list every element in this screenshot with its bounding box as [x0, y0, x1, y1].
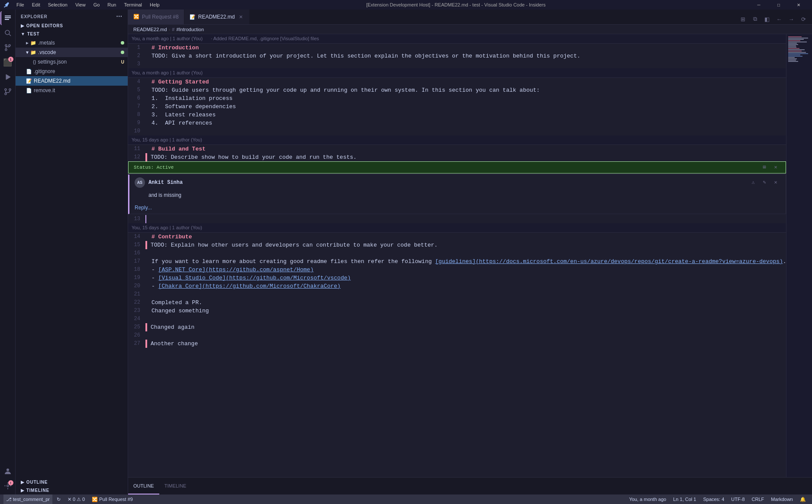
tab-pull-request[interactable]: 🔀 Pull Request #8	[128, 10, 184, 24]
code-text-6: 1. Installation process	[148, 94, 786, 103]
git-branch-icon: ⎇	[6, 497, 12, 502]
breadcrumb-file[interactable]: README22.md	[133, 27, 167, 32]
sidebar-more-icon[interactable]: ⋯	[116, 13, 122, 20]
errors-item[interactable]: ✕ 0 ⚠ 0	[65, 494, 87, 504]
layout-icon[interactable]: ⧉	[750, 14, 760, 24]
status-right: You, a month ago Ln 1, Col 1 Spaces: 4 U…	[626, 497, 809, 502]
menu-go[interactable]: Go	[90, 1, 103, 8]
file-gitignore[interactable]: 📄 .gitignore	[16, 67, 128, 76]
line-num-27: 27	[128, 340, 145, 348]
language-text: Markdown	[771, 497, 793, 502]
tab-bar: 🔀 Pull Request #8 📝 README22.md ✕ ⊞ ⧉ ◧ …	[128, 10, 812, 25]
code-text-10	[148, 127, 786, 135]
activity-run-debug[interactable]	[1, 70, 15, 84]
sync-item[interactable]: ↻	[54, 494, 63, 504]
timeline-label: TIMELINE	[164, 483, 187, 488]
line-ending-text: CRLF	[752, 497, 764, 502]
sidebar-header: EXPLORER ⋯	[16, 10, 128, 22]
comment-reply-button[interactable]: Reply...	[129, 202, 786, 214]
line-num-16: 16	[128, 249, 145, 257]
split-editor-icon[interactable]: ⊞	[738, 14, 748, 24]
line-num-24: 24	[128, 315, 145, 323]
notifications-item[interactable]: 🔔	[797, 497, 809, 502]
line-num-13: 13	[128, 215, 145, 223]
editor-content[interactable]: You, a month ago | 1 author (You) ∙ Adde…	[128, 34, 786, 477]
tab-readme-label: README22.md	[198, 14, 235, 20]
menu-help[interactable]: Help	[146, 1, 163, 8]
menu-run[interactable]: Run	[104, 1, 119, 8]
panel-tab-outline[interactable]: OUTLINE	[128, 478, 159, 494]
status-bar-actions: ⊞ ✕	[760, 163, 780, 172]
language-item[interactable]: Markdown	[768, 497, 796, 502]
user-info-item[interactable]: You, a month ago	[626, 497, 669, 502]
file-remove-it[interactable]: 📄 remove.it	[16, 86, 128, 95]
activity-extensions[interactable]: ⬛ 1	[1, 55, 15, 69]
close-button[interactable]: ✕	[789, 0, 809, 10]
code-text-14: # Contribute	[148, 233, 786, 241]
code-line-26: 26	[128, 331, 786, 340]
menu-file[interactable]: File	[13, 1, 28, 8]
error-count: 0	[73, 497, 75, 502]
metals-dot	[121, 41, 124, 45]
comment-actions: ⚠ ✎ ✕	[748, 178, 780, 187]
test-section[interactable]: ▼ TEST	[16, 30, 128, 38]
outline-section[interactable]: ▶ OUTLINE	[16, 478, 128, 486]
outline-chevron-icon: ▶	[21, 480, 25, 485]
open-editors-section[interactable]: ▶ OPEN EDITORS	[16, 22, 128, 30]
status-bar: ⎇ test_comment_pr ↻ ✕ 0 ⚠ 0 🔀 Pull Reque…	[0, 494, 812, 504]
file-metals[interactable]: ▸ 📁 .metals	[16, 38, 128, 48]
comment-external-link-icon[interactable]: ⚠	[748, 178, 758, 187]
activity-account[interactable]	[1, 464, 15, 478]
maximize-button[interactable]: □	[769, 0, 789, 10]
line-num-4: 4	[128, 78, 145, 86]
line-num-3: 3	[128, 60, 145, 68]
tab-readme-close-icon[interactable]: ✕	[237, 13, 244, 20]
minimize-button[interactable]: ─	[749, 0, 769, 10]
pr-item[interactable]: 🔀 Pull Request #9	[89, 494, 135, 504]
line-num-10: 10	[128, 127, 145, 135]
breadcrumb-section[interactable]: #Introduction	[176, 27, 204, 32]
comment-edit-icon[interactable]: ✎	[760, 178, 769, 187]
position-item[interactable]: Ln 1, Col 1	[670, 497, 699, 502]
line-num-9: 9	[128, 119, 145, 127]
navigate-back-icon[interactable]: ←	[774, 14, 784, 24]
encoding-item[interactable]: UTF-8	[728, 497, 747, 502]
activity-pr[interactable]	[1, 85, 15, 99]
grid-icon[interactable]: ⊞	[760, 163, 769, 172]
code-line-13: 13	[128, 215, 786, 223]
line-num-18: 18	[128, 266, 145, 274]
blame-4: You, a month ago | 1 author (You)	[128, 68, 786, 78]
menu-edit[interactable]: Edit	[29, 1, 44, 8]
activity-explorer[interactable]	[0, 11, 14, 25]
code-text-9: 4. API references	[148, 119, 786, 127]
line-num-6: 6	[128, 94, 145, 103]
spaces-item[interactable]: Spaces: 4	[700, 497, 727, 502]
activity-settings[interactable]: !	[1, 479, 15, 493]
open-changes-icon[interactable]: ⟳	[798, 14, 809, 24]
line-ending-item[interactable]: CRLF	[749, 497, 767, 502]
file-readme[interactable]: 📝 README22.md	[16, 76, 128, 86]
collapse-icon[interactable]: ✕	[771, 163, 780, 172]
activity-scm[interactable]	[1, 41, 15, 55]
line-num-26: 26	[128, 331, 145, 340]
settings-icon: {}	[33, 59, 36, 64]
code-line-5: 5 TODO: Guide users through getting your…	[128, 86, 786, 94]
comment-close-icon[interactable]: ✕	[771, 178, 780, 187]
test-chevron-icon: ▼	[21, 32, 26, 36]
navigate-forward-icon[interactable]: →	[786, 14, 796, 24]
tab-readme[interactable]: 📝 README22.md ✕	[184, 10, 250, 24]
panel-tab-timeline[interactable]: TIMELINE	[159, 478, 192, 494]
file-settings-json[interactable]: {} settings.json U	[16, 57, 128, 67]
code-line-12: 12 TODO: Describe show how to build your…	[128, 153, 786, 161]
code-text-1: # Introduction	[148, 44, 786, 52]
menu-selection[interactable]: Selection	[45, 1, 71, 8]
tab-pr-icon: 🔀	[133, 14, 139, 19]
breadcrumb-section-icon: #	[172, 27, 174, 32]
menu-terminal[interactable]: Terminal	[121, 1, 146, 8]
git-branch-item[interactable]: ⎇ test_comment_pr	[3, 494, 52, 504]
file-vscode[interactable]: ▾ 📁 .vscode	[16, 48, 128, 57]
toggle-primary-sidebar-icon[interactable]: ◧	[762, 14, 772, 24]
timeline-section[interactable]: ▶ TIMELINE	[16, 486, 128, 494]
menu-view[interactable]: View	[72, 1, 89, 8]
activity-search[interactable]	[1, 26, 15, 40]
